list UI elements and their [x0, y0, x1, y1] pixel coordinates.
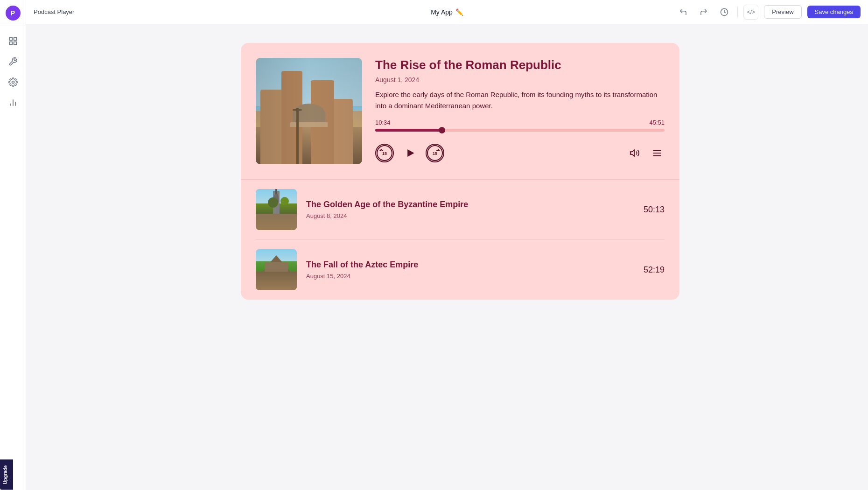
- byzantine-duration: 50:13: [644, 205, 665, 215]
- byzantine-thumbnail: [256, 189, 297, 230]
- aztec-thumb-img: [256, 249, 297, 290]
- aztec-duration: 52:19: [644, 265, 665, 275]
- svg-marker-11: [407, 149, 414, 157]
- sidebar: P Upgrade: [0, 0, 26, 490]
- app-title: Podcast Player: [34, 8, 74, 15]
- svg-point-4: [12, 81, 14, 84]
- code-button[interactable]: </>: [743, 5, 758, 20]
- topbar: Podcast Player My App ✏️ </> Preview Sav…: [26, 0, 868, 24]
- logo-initial: P: [11, 9, 15, 17]
- aztec-info: The Fall of the Aztec Empire August 15, …: [306, 260, 634, 280]
- featured-description: Explore the early days of the Roman Repu…: [375, 89, 665, 112]
- progress-thumb: [439, 127, 445, 133]
- featured-episode-info: The Rise of the Roman Republic August 1,…: [375, 58, 665, 164]
- topbar-right: </> Preview Save changes: [676, 5, 861, 20]
- sidebar-logo: P: [0, 0, 26, 26]
- featured-date: August 1, 2024: [375, 76, 665, 84]
- svg-rect-1: [14, 38, 16, 41]
- byzantine-title: The Golden Age of the Byzantine Empire: [306, 200, 634, 210]
- svg-text:15: 15: [433, 151, 437, 156]
- svg-text:15: 15: [382, 151, 387, 156]
- aztec-title: The Fall of the Aztec Empire: [306, 260, 634, 270]
- byzantine-thumb-img: [256, 189, 297, 230]
- current-time: 10:34: [375, 119, 391, 126]
- aztec-thumbnail: [256, 249, 297, 290]
- list-item[interactable]: The Golden Age of the Byzantine Empire A…: [256, 180, 665, 240]
- list-item[interactable]: The Fall of the Aztec Empire August 15, …: [256, 240, 665, 300]
- sidebar-nav: [4, 26, 22, 490]
- svg-rect-0: [9, 38, 12, 41]
- sidebar-item-grid[interactable]: [4, 32, 22, 50]
- code-label: </>: [747, 9, 755, 15]
- controls-right: [627, 146, 665, 161]
- topbar-left: Podcast Player: [34, 8, 676, 15]
- topbar-center: My App ✏️: [431, 8, 463, 16]
- episode-list: The Golden Age of the Byzantine Empire A…: [241, 180, 679, 300]
- progress-fill: [375, 129, 442, 132]
- aztec-date: August 15, 2024: [306, 273, 634, 280]
- undo-button[interactable]: [676, 5, 691, 20]
- byzantine-date: August 8, 2024: [306, 212, 634, 219]
- svg-marker-14: [630, 150, 634, 156]
- podcast-player: The Rise of the Roman Republic August 1,…: [241, 43, 679, 300]
- app-name-label: My App: [431, 8, 453, 16]
- play-button[interactable]: [399, 143, 420, 163]
- byzantine-info: The Golden Age of the Byzantine Empire A…: [306, 200, 634, 219]
- app-logo: P: [6, 6, 21, 21]
- episode-menu-button[interactable]: [650, 146, 665, 161]
- progress-times: 10:34 45:51: [375, 119, 665, 126]
- total-time: 45:51: [649, 119, 665, 126]
- svg-rect-3: [14, 42, 16, 45]
- skip-forward-button[interactable]: 15: [426, 144, 444, 162]
- history-button[interactable]: [717, 5, 732, 20]
- progress-bar[interactable]: [375, 129, 665, 132]
- skip-back-button[interactable]: 15: [375, 144, 394, 162]
- featured-title: The Rise of the Roman Republic: [375, 58, 665, 72]
- sidebar-item-settings[interactable]: [4, 73, 22, 91]
- player-controls: 15 15: [375, 143, 665, 163]
- edit-app-name-button[interactable]: ✏️: [455, 8, 463, 16]
- sidebar-item-analytics[interactable]: [4, 93, 22, 112]
- featured-episode: The Rise of the Roman Republic August 1,…: [241, 43, 679, 180]
- redo-button[interactable]: [696, 5, 711, 20]
- sidebar-item-tools[interactable]: [4, 52, 22, 71]
- svg-rect-2: [9, 42, 12, 45]
- topbar-divider: [737, 7, 738, 18]
- save-changes-button[interactable]: Save changes: [807, 6, 861, 18]
- upgrade-button[interactable]: Upgrade: [0, 460, 13, 490]
- main-content: The Rise of the Roman Republic August 1,…: [52, 24, 868, 490]
- volume-button[interactable]: [627, 146, 642, 161]
- preview-button[interactable]: Preview: [764, 5, 801, 19]
- featured-thumbnail: [256, 58, 362, 164]
- progress-section: 10:34 45:51: [375, 119, 665, 132]
